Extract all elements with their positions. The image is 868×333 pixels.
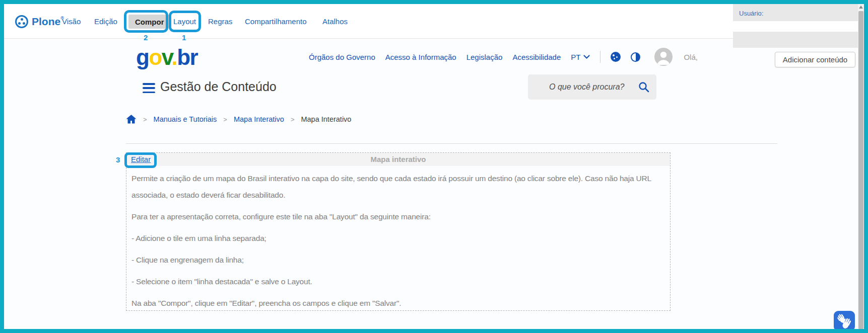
breadcrumb-separator: > [143,116,147,123]
language-code: PT [571,53,580,61]
plone-logo[interactable]: Plone® [15,4,64,39]
govbr-nav: Órgãos do Governo Acesso à Informação Le… [309,47,698,66]
tile-paragraph: - Selecione o item "linha destacada" e s… [131,273,652,290]
user-label: Usuário: [739,10,763,17]
section-divider [126,143,777,144]
nav-link-legislacao[interactable]: Legislação [466,53,503,61]
toolbar-item-compor[interactable]: Compor [128,15,171,29]
toolbar-item-regras[interactable]: Regras [208,4,232,39]
scrollbar-thumb[interactable] [858,11,863,329]
nav-link-orgaos[interactable]: Órgãos do Governo [309,53,375,61]
toolbar-item-edicao[interactable]: Edição [94,4,117,39]
plone-logo-label: Plone® [32,16,64,28]
annotation-number-2: 2 [144,33,148,42]
tile-body: Permite a criação de um mapa do Brasil i… [126,166,670,311]
vertical-scrollbar[interactable] [858,4,864,329]
tile-paragraph: Na aba "Compor", clique em "Editar", pre… [131,295,652,311]
breadcrumb-separator: > [223,116,227,123]
tile-paragraph: - Clique na engrenagem da linha; [131,252,652,268]
search-box [528,74,656,100]
toolbar-item-compartilhamento[interactable]: Compartilhamento [245,4,307,39]
tile-title: Mapa interativo [126,155,670,163]
avatar[interactable] [654,48,673,66]
avatar-icon [654,48,673,66]
user-panel: Usuário: [733,4,858,48]
nav-divider [600,51,600,63]
add-content-button[interactable]: Adicionar conteúdo [775,52,855,67]
home-icon[interactable] [126,114,137,124]
chevron-down-icon [583,55,590,59]
cookie-icon[interactable] [611,52,621,62]
contrast-icon[interactable] [631,52,640,62]
nav-link-acesso[interactable]: Acesso à Informação [385,53,456,61]
govbr-logo[interactable]: gov.br [136,46,197,68]
plone-toolbar: Plone® Visão Edição Compor Layout Regras… [4,4,733,39]
search-input[interactable] [528,74,634,100]
nav-link-acessibilidade[interactable]: Acessibilidade [512,53,561,61]
tile-header: Editar Mapa interativo [126,153,670,166]
tile-paragraph: Para ter a apresentação correta, configu… [131,208,652,225]
search-icon[interactable] [638,81,650,93]
vlibras-button[interactable] [834,311,855,329]
breadcrumb-current: Mapa Interativo [301,115,351,123]
scrollbar-up-icon[interactable] [859,6,863,9]
toolbar-item-atalhos[interactable]: Atalhos [322,4,348,39]
breadcrumb-separator: > [291,116,295,123]
breadcrumb: > Manuais e Tutoriais > Mapa Interativo … [126,114,351,125]
screenshot-frame: Plone® Visão Edição Compor Layout Regras… [0,0,868,333]
tile-mapa-interativo: Editar Mapa interativo Permite a criação… [126,152,671,311]
user-greeting: Olá, [684,53,698,61]
breadcrumb-link-mapa[interactable]: Mapa Interativo [234,115,284,123]
breadcrumb-link-manuais[interactable]: Manuais e Tutoriais [154,115,217,123]
plone-logo-icon [15,15,28,28]
tile-paragraph: - Adicione o tile em uma linha separada; [131,230,652,246]
annotation-number-3: 3 [116,155,120,164]
tile-paragraph: Permite a criação de um mapa do Brasil i… [131,170,652,203]
browser-viewport: Plone® Visão Edição Compor Layout Regras… [4,4,864,329]
page-title: Gestão de Conteúdo [160,79,277,94]
annotation-number-1: 1 [182,33,186,42]
hamburger-icon[interactable] [143,83,155,93]
username-redaction [733,21,858,32]
toolbar-item-visao[interactable]: Visão [62,4,81,39]
vlibras-icon [834,312,854,329]
language-selector[interactable]: PT [571,53,590,61]
